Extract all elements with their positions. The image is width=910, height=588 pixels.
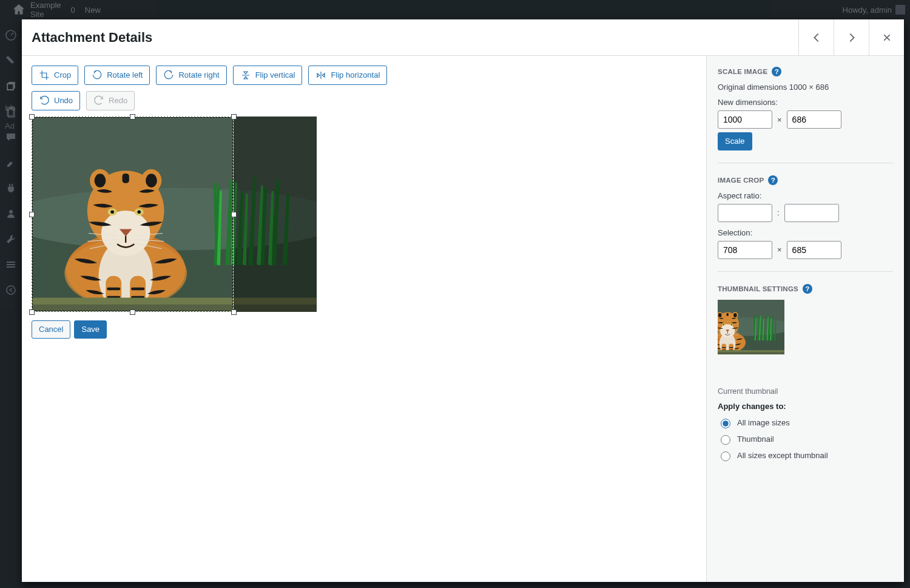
rotate-left-button[interactable]: Rotate left [84, 66, 150, 85]
aspect-height-input[interactable] [784, 204, 839, 222]
svg-rect-31 [7, 264, 15, 265]
comments-icon[interactable] [5, 131, 17, 143]
cancel-button[interactable]: Cancel [32, 320, 70, 339]
svg-rect-30 [7, 262, 15, 263]
plugins-icon[interactable] [5, 182, 17, 194]
undo-label: Undo [54, 96, 73, 106]
current-thumbnail-label: Current thumbnail [718, 387, 893, 396]
scale-height-input[interactable] [787, 110, 841, 129]
svg-point-33 [7, 286, 15, 294]
apply-all-option[interactable]: All image sizes [718, 417, 893, 428]
flip-vertical-label: Flip vertical [255, 70, 295, 80]
crop-button[interactable]: Crop [32, 66, 78, 85]
dashboard-icon[interactable] [5, 29, 17, 41]
apply-changes-label: Apply changes to: [718, 402, 893, 411]
crop-label: Crop [54, 70, 71, 80]
original-dimensions-text: Original dimensions 1000 × 686 [718, 83, 893, 92]
apply-except-option[interactable]: All sizes except thumbnail [718, 450, 893, 461]
flip-vertical-button[interactable]: Flip vertical [233, 66, 303, 85]
image-crop-heading: IMAGE CROP ? [718, 175, 893, 185]
admin-bar: Example Site 0 New Howdy, admin [0, 0, 910, 19]
selection-height-input[interactable] [787, 241, 841, 259]
comments-link[interactable]: 0 [67, 5, 75, 15]
settings-sidebar: SCALE IMAGE ? Original dimensions 1000 ×… [706, 56, 904, 582]
save-button[interactable]: Save [74, 320, 107, 339]
flip-horizontal-label: Flip horizontal [331, 70, 380, 80]
svg-point-29 [9, 210, 13, 214]
scale-width-input[interactable] [718, 110, 772, 129]
selection-label: Selection: [718, 228, 893, 237]
appearance-icon[interactable] [5, 157, 17, 169]
aspect-separator: : [777, 208, 780, 217]
rotate-right-button[interactable]: Rotate right [156, 66, 226, 85]
aspect-ratio-label: Aspect ratio: [718, 191, 893, 200]
apply-all-radio[interactable] [721, 419, 730, 428]
next-button[interactable] [834, 19, 869, 56]
image-editor-area: Crop Rotate left Rotate right Flip verti… [22, 56, 706, 582]
redo-button: Redo [86, 91, 135, 110]
apply-except-radio[interactable] [721, 451, 730, 461]
rotate-left-label: Rotate left [107, 70, 143, 80]
scale-image-heading: SCALE IMAGE ? [718, 67, 893, 76]
help-icon[interactable]: ? [772, 67, 781, 76]
undo-button[interactable]: Undo [32, 91, 80, 110]
settings-icon[interactable] [5, 259, 17, 271]
site-link[interactable]: Example Site [11, 1, 61, 19]
new-link[interactable]: New [81, 5, 101, 15]
close-button[interactable] [869, 19, 904, 56]
selection-width-input[interactable] [718, 241, 772, 259]
help-icon[interactable]: ? [803, 284, 812, 294]
media-icon[interactable] [5, 80, 17, 92]
aspect-width-input[interactable] [718, 204, 772, 222]
avatar-icon [895, 5, 905, 15]
crop-selection-overlay[interactable] [32, 117, 317, 312]
prev-button[interactable] [798, 19, 834, 56]
collapse-icon[interactable] [5, 284, 17, 296]
selection-separator: × [777, 245, 782, 254]
account-link[interactable]: Howdy, admin [843, 5, 905, 15]
help-icon[interactable]: ? [768, 175, 778, 185]
flip-horizontal-button[interactable]: Flip horizontal [308, 66, 387, 85]
thumbnail-settings-heading: THUMBNAIL SETTINGS ? [718, 284, 893, 294]
attachment-details-modal: Attachment Details Crop Rotate left Rota… [22, 19, 904, 582]
image-canvas[interactable] [32, 117, 317, 312]
new-dimensions-label: New dimensions: [718, 98, 893, 107]
tools-icon[interactable] [5, 233, 17, 245]
current-thumbnail-preview [718, 300, 803, 385]
modal-header: Attachment Details [22, 19, 904, 56]
users-icon[interactable] [5, 208, 17, 220]
image-edit-toolbar: Crop Rotate left Rotate right Flip verti… [32, 66, 696, 85]
apply-thumb-radio[interactable] [721, 435, 730, 445]
modal-title: Attachment Details [22, 30, 798, 46]
svg-rect-32 [7, 266, 15, 268]
side-hint: LibAd [5, 103, 15, 130]
redo-label: Redo [109, 96, 127, 106]
posts-icon[interactable] [5, 55, 17, 67]
times-separator: × [777, 115, 782, 124]
scale-button[interactable]: Scale [718, 132, 752, 150]
rotate-right-label: Rotate right [178, 70, 219, 80]
apply-thumb-option[interactable]: Thumbnail [718, 433, 893, 445]
